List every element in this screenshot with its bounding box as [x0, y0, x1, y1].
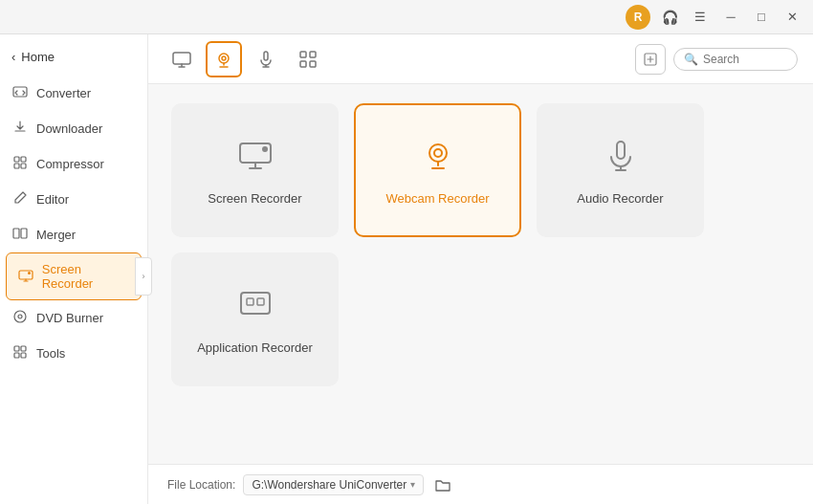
screen-recorder-card-label: Screen Recorder — [208, 191, 301, 206]
sidebar-item-editor[interactable]: Editor — [0, 182, 147, 217]
svg-rect-22 — [310, 61, 316, 67]
svg-point-26 — [429, 144, 447, 162]
svg-rect-28 — [617, 142, 625, 159]
compressor-icon — [11, 155, 29, 173]
window-controls: ☰ ─ □ ✕ — [687, 7, 805, 28]
svg-point-9 — [14, 311, 26, 322]
toolbar-actions: 🔍 — [635, 44, 798, 75]
svg-rect-5 — [13, 229, 19, 238]
converter-label: Converter — [36, 86, 91, 100]
headphone-button[interactable]: 🎧 — [656, 7, 683, 28]
audio-recorder-card[interactable]: Audio Recorder — [537, 103, 704, 237]
webcam-recorder-card[interactable]: Webcam Recorder — [354, 103, 521, 237]
svg-point-25 — [262, 146, 268, 152]
toolbar-tabs — [164, 41, 635, 77]
svg-rect-30 — [247, 298, 253, 305]
screen-recorder-icon — [18, 268, 34, 286]
merger-icon — [11, 226, 29, 244]
svg-rect-19 — [300, 52, 306, 57]
sidebar-collapse-button[interactable]: › — [135, 257, 152, 296]
tab-webcam[interactable] — [206, 41, 242, 77]
back-icon: ‹ — [11, 50, 15, 64]
svg-point-10 — [18, 315, 22, 318]
application-recorder-card-label: Application Recorder — [197, 340, 313, 355]
close-button[interactable]: ✕ — [779, 7, 805, 28]
main-content: 🔍 Screen Recorder — [148, 34, 813, 504]
screen-recorder-label: Screen Recorder — [42, 262, 129, 291]
svg-point-27 — [434, 149, 442, 157]
dvd-burner-icon — [11, 309, 29, 327]
export-button[interactable] — [635, 44, 666, 75]
svg-rect-12 — [21, 346, 26, 351]
path-chevron-icon: ▾ — [410, 479, 415, 490]
application-recorder-card-icon — [236, 285, 275, 331]
svg-rect-21 — [300, 61, 306, 67]
content-area: Screen Recorder Webcam Recorder — [148, 84, 813, 464]
file-location-label: File Location: — [167, 478, 235, 492]
svg-rect-6 — [21, 229, 27, 238]
svg-rect-18 — [264, 52, 268, 60]
audio-recorder-card-label: Audio Recorder — [577, 191, 663, 206]
app-body: ‹ Home Converter Downloader Compressor — [0, 34, 813, 504]
svg-point-17 — [222, 56, 226, 60]
webcam-recorder-card-icon — [419, 136, 457, 182]
svg-rect-15 — [173, 53, 190, 64]
sidebar: ‹ Home Converter Downloader Compressor — [0, 34, 148, 504]
screen-recorder-card[interactable]: Screen Recorder — [171, 103, 339, 237]
svg-rect-31 — [257, 298, 264, 305]
svg-rect-3 — [14, 164, 19, 168]
tab-audio[interactable] — [248, 41, 284, 77]
title-bar: R 🎧 ☰ ─ □ ✕ — [0, 0, 813, 34]
menu-button[interactable]: ☰ — [687, 7, 714, 28]
svg-rect-24 — [240, 143, 271, 163]
home-label: Home — [21, 50, 55, 64]
sidebar-item-downloader[interactable]: Downloader — [0, 111, 147, 146]
editor-icon — [11, 190, 29, 208]
downloader-icon — [11, 120, 29, 138]
svg-rect-1 — [14, 157, 19, 162]
search-box[interactable]: 🔍 — [673, 48, 798, 71]
merger-label: Merger — [36, 228, 76, 242]
svg-rect-0 — [13, 87, 27, 97]
svg-point-16 — [219, 54, 229, 63]
svg-point-8 — [28, 272, 31, 274]
minimize-button[interactable]: ─ — [717, 7, 744, 28]
svg-rect-7 — [19, 271, 33, 279]
svg-rect-14 — [21, 353, 26, 358]
toolbar: 🔍 — [148, 34, 813, 84]
dvd-burner-label: DVD Burner — [36, 311, 103, 325]
compressor-label: Compressor — [36, 157, 104, 171]
open-folder-button[interactable] — [431, 473, 454, 496]
sidebar-home[interactable]: ‹ Home — [0, 42, 147, 72]
sidebar-item-dvd-burner[interactable]: DVD Burner — [0, 300, 147, 336]
svg-rect-2 — [21, 157, 26, 162]
application-recorder-card[interactable]: Application Recorder — [171, 252, 339, 386]
tab-screen[interactable] — [164, 41, 200, 77]
recorder-grid: Screen Recorder Webcam Recorder — [171, 103, 790, 386]
sidebar-item-converter[interactable]: Converter — [0, 76, 147, 111]
downloader-label: Downloader — [36, 121, 102, 136]
tab-apps[interactable] — [290, 41, 326, 77]
svg-rect-20 — [310, 52, 316, 57]
svg-rect-4 — [21, 164, 26, 168]
avatar-button[interactable]: R — [626, 5, 650, 30]
file-path-text: G:\Wondershare UniConverter — [252, 478, 406, 492]
converter-icon — [11, 84, 29, 102]
maximize-button[interactable]: □ — [748, 7, 775, 28]
search-input[interactable] — [703, 53, 789, 66]
sidebar-item-merger[interactable]: Merger — [0, 217, 147, 252]
search-icon: 🔍 — [684, 53, 698, 66]
tools-label: Tools — [36, 346, 65, 361]
sidebar-item-compressor[interactable]: Compressor — [0, 146, 147, 182]
file-location-path[interactable]: G:\Wondershare UniConverter ▾ — [243, 474, 424, 495]
sidebar-item-tools[interactable]: Tools — [0, 336, 147, 371]
sidebar-item-screen-recorder[interactable]: Screen Recorder › — [6, 252, 142, 300]
editor-label: Editor — [36, 192, 69, 207]
svg-rect-29 — [241, 293, 270, 314]
svg-rect-11 — [14, 346, 19, 351]
tools-icon — [11, 344, 29, 362]
file-location-bar: File Location: G:\Wondershare UniConvert… — [148, 464, 813, 504]
svg-rect-13 — [14, 353, 19, 358]
webcam-recorder-card-label: Webcam Recorder — [385, 191, 489, 206]
audio-recorder-card-icon — [602, 136, 640, 182]
